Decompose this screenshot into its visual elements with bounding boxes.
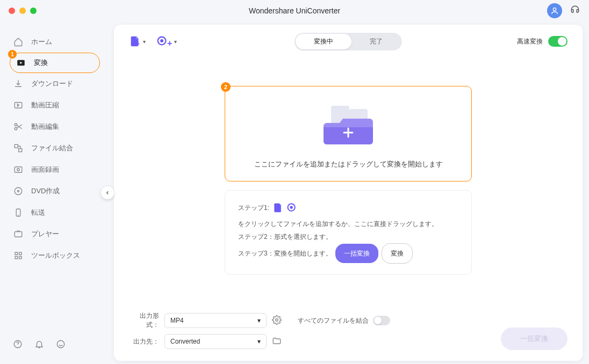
sidebar-item-player[interactable]: プレヤー (0, 223, 107, 245)
sidebar-item-home[interactable]: ホーム (0, 31, 107, 53)
minimize-window-button[interactable] (19, 8, 26, 14)
add-file-button[interactable]: + ▾ (129, 34, 146, 48)
sidebar-item-toolbox[interactable]: ツールボックス (0, 245, 107, 266)
step2-text: ステップ2：形式を選択します。 (238, 230, 458, 243)
svg-point-10 (18, 191, 19, 192)
titlebar: Wondershare UniConverter (0, 0, 589, 21)
chevron-down-icon: ▾ (257, 317, 261, 324)
status-tabs: 変換中 完了 (294, 33, 402, 50)
footer: 出力形式： MP4 ▾ すべてのファイルを結合 出力先： Converted ▾ (129, 308, 568, 353)
main-panel: + ▾ + ▾ 変換中 完了 高速変換 2 (114, 25, 583, 361)
tab-completed[interactable]: 完了 (351, 34, 401, 49)
chevron-down-icon: ▾ (174, 39, 177, 45)
svg-point-8 (17, 169, 20, 171)
output-dest-value: Converted (170, 338, 200, 345)
scissors-icon (13, 121, 24, 132)
step-badge: 2 (221, 82, 231, 92)
high-speed-label: 高速変換 (517, 37, 543, 46)
step-badge: 1 (8, 50, 17, 59)
download-icon (13, 78, 24, 89)
svg-point-9 (15, 187, 22, 195)
sidebar-item-label: 動画編集 (31, 122, 59, 132)
svg-point-4 (15, 128, 17, 130)
svg-rect-6 (19, 149, 22, 152)
sidebar-item-label: 動画圧縮 (31, 100, 59, 110)
tv-icon (13, 229, 24, 239)
phone-icon (13, 207, 24, 218)
sidebar-item-label: 画面録画 (31, 165, 59, 174)
feedback-icon[interactable] (56, 339, 66, 351)
output-format-value: MP4 (170, 317, 184, 324)
disc-icon (13, 186, 24, 196)
sidebar-item-record[interactable]: 画面録画 (0, 159, 107, 180)
merge-icon (13, 143, 24, 154)
grid-icon (13, 250, 24, 261)
sidebar-item-compress[interactable]: 動画圧縮 (0, 94, 107, 116)
svg-point-0 (553, 8, 556, 11)
step1-suffix: をクリックしてファイルを追加するか、ここに直接ドラッグします。 (238, 217, 438, 230)
sidebar-item-merge[interactable]: ファイル結合 (0, 137, 107, 159)
output-dest-label: 出力先： (129, 337, 159, 346)
svg-point-3 (15, 123, 17, 126)
folder-illustration (236, 101, 461, 150)
svg-point-21 (161, 40, 163, 42)
sidebar-item-label: ツールボックス (31, 251, 80, 260)
settings-icon[interactable] (272, 315, 282, 326)
sidebar-item-label: プレヤー (31, 229, 59, 239)
add-file-icon (272, 202, 283, 213)
sidebar-item-label: DVD作成 (31, 186, 60, 196)
toolbar: + ▾ + ▾ 変換中 完了 高速変換 (129, 34, 568, 48)
compress-icon (13, 100, 24, 111)
sidebar-item-edit[interactable]: 動画編集 (0, 116, 107, 137)
open-folder-icon[interactable] (272, 336, 282, 347)
add-disc-icon (286, 202, 297, 213)
batch-convert-button[interactable]: 一括変換 (501, 327, 568, 350)
sidebar-collapse-button[interactable] (101, 186, 114, 199)
record-icon (13, 164, 24, 175)
sidebar-item-label: 転送 (31, 208, 45, 217)
svg-rect-16 (19, 257, 22, 259)
convert-icon (16, 57, 26, 68)
sidebar-item-download[interactable]: ダウンロード (0, 73, 107, 94)
high-speed-toggle[interactable] (548, 36, 568, 47)
sidebar-item-convert[interactable]: 1 変換 (10, 53, 100, 73)
step1-prefix: ステップ1: (238, 201, 269, 214)
svg-rect-14 (19, 252, 22, 255)
sidebar-item-label: 変換 (34, 58, 48, 68)
convert-pill[interactable]: 変換 (382, 243, 413, 264)
output-dest-select[interactable]: Converted ▾ (164, 334, 267, 349)
batch-convert-pill[interactable]: 一括変換 (335, 244, 378, 263)
sidebar: ホーム 1 変換 ダウンロード 動画圧縮 動画編集 ファイル結合 画面録画 (0, 21, 107, 364)
svg-rect-5 (15, 144, 18, 148)
merge-all-toggle[interactable] (373, 316, 390, 325)
notifications-icon[interactable] (34, 339, 44, 351)
svg-rect-7 (15, 167, 22, 173)
app-title: Wondershare UniConverter (249, 6, 340, 15)
step3-prefix: ステップ3：変換を開始します。 (238, 247, 332, 260)
svg-text:+: + (137, 40, 140, 47)
add-disc-button[interactable]: + ▾ (156, 34, 177, 48)
maximize-window-button[interactable] (30, 8, 37, 14)
window-controls (9, 8, 37, 14)
sidebar-item-label: ファイル結合 (31, 143, 73, 153)
tab-converting[interactable]: 変換中 (296, 34, 351, 49)
svg-rect-15 (15, 257, 18, 259)
sidebar-item-dvd[interactable]: DVD作成 (0, 180, 107, 202)
svg-point-26 (276, 318, 278, 321)
close-window-button[interactable] (9, 8, 15, 14)
home-icon (13, 37, 24, 47)
sidebar-item-transfer[interactable]: 転送 (0, 202, 107, 223)
support-icon[interactable] (570, 4, 580, 17)
svg-rect-12 (15, 232, 22, 237)
help-icon[interactable] (13, 339, 23, 351)
svg-point-18 (57, 340, 64, 348)
sidebar-item-label: ホーム (31, 37, 52, 47)
account-avatar[interactable] (547, 3, 562, 18)
dropzone[interactable]: 2 ここにファイルを追加またはドラッグして変換を開始します (225, 86, 472, 181)
chevron-down-icon: ▾ (257, 338, 261, 345)
svg-rect-13 (15, 252, 18, 255)
svg-rect-2 (15, 103, 22, 108)
output-format-select[interactable]: MP4 ▾ (164, 313, 267, 328)
svg-point-25 (291, 207, 292, 208)
output-format-label: 出力形式： (129, 311, 159, 330)
